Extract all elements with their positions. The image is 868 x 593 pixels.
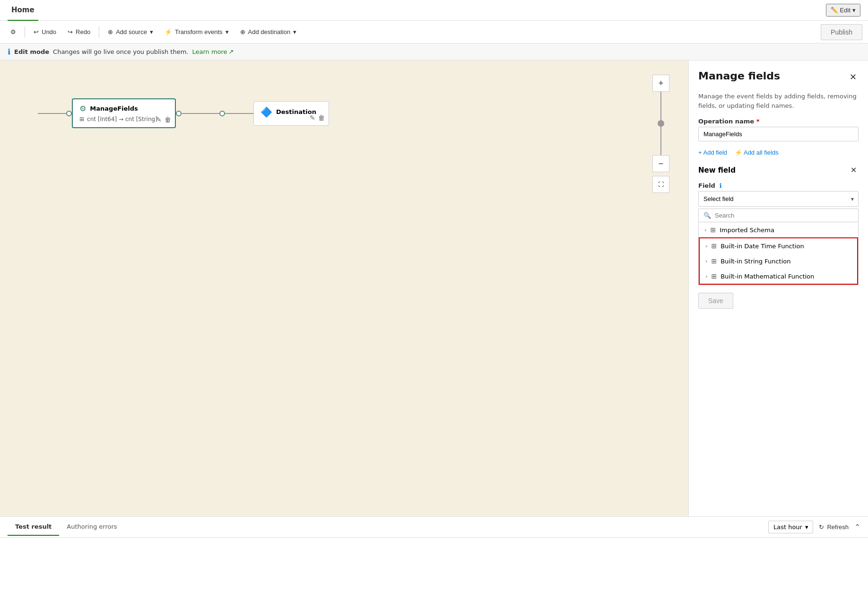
node-actions: ✎ 🗑	[156, 116, 171, 123]
tab-test-result[interactable]: Test result	[8, 518, 59, 536]
table-icon: ⊞	[79, 116, 84, 122]
edit-button[interactable]: ✏️ Edit ▾	[826, 4, 860, 17]
edit-pencil-icon: ✏️	[831, 7, 838, 14]
manage-fields-node[interactable]: ⚙ ManageFields ⊞ cnt [Int64] → cnt [Stri…	[72, 98, 176, 128]
mid-connector	[176, 111, 253, 116]
zoom-circle	[658, 120, 664, 127]
field-label: Field ℹ	[698, 182, 859, 189]
dropdown-item-datetime[interactable]: › ⊞ Built-in Date Time Function	[700, 238, 857, 253]
chevron-down-icon: ▾	[852, 7, 856, 14]
zoom-connector	[660, 92, 661, 120]
field-select-wrapper: Select field ▾	[698, 191, 859, 207]
new-field-close-button[interactable]: ✕	[849, 164, 859, 176]
info-icon: ℹ	[8, 47, 10, 56]
grid-icon-3: ⊞	[711, 257, 717, 265]
time-select[interactable]: Last hour ▾	[768, 521, 814, 533]
search-box: 🔍	[698, 209, 859, 222]
edit-dest-button[interactable]: ✎	[310, 114, 315, 122]
zoom-controls: + − ⛶	[652, 75, 669, 193]
settings-button[interactable]: ⚙	[6, 26, 21, 38]
chevron-right-icon: ›	[704, 227, 706, 233]
chevron-right-icon-4: ›	[705, 273, 707, 279]
edit-node-button[interactable]: ✎	[156, 116, 162, 123]
search-input[interactable]	[715, 212, 853, 219]
settings-icon: ⚙	[10, 28, 16, 35]
panel-close-button[interactable]: ✕	[848, 70, 859, 84]
zoom-connector-2	[660, 127, 661, 155]
operation-name-section: Operation name *	[698, 118, 859, 141]
dropdown-item-string[interactable]: › ⊞ Built-in String Function	[700, 253, 857, 269]
grid-icon: ⊞	[710, 226, 716, 234]
canvas-area: + − ⛶ ⚙ ManageFields	[0, 61, 868, 516]
refresh-icon: ↻	[819, 523, 824, 531]
grid-icon-2: ⊞	[711, 242, 717, 250]
redo-icon: ↪	[68, 28, 73, 35]
field-select[interactable]: Select field	[698, 191, 859, 207]
home-tab[interactable]: Home	[8, 0, 38, 21]
edit-banner: ℹ Edit mode Changes will go live once yo…	[0, 44, 868, 61]
transform-events-button[interactable]: ⚡ Transform events ▾	[160, 26, 234, 38]
panel-title: Manage fields	[698, 70, 780, 82]
bottom-panel: Test result Authoring errors Last hour ▾…	[0, 516, 868, 592]
learn-more-link[interactable]: Learn more ↗	[192, 48, 234, 55]
save-button[interactable]: Save	[698, 293, 733, 309]
chevron-right-icon-2: ›	[705, 243, 707, 249]
manage-fields-icon: ⚙	[79, 104, 86, 113]
incoming-line	[38, 111, 72, 116]
add-source-button[interactable]: ⊕ Add source ▾	[103, 26, 158, 38]
required-indicator: *	[756, 118, 760, 125]
panel-header: Manage fields ✕	[698, 70, 859, 84]
dropdown-list: › ⊞ Imported Schema › ⊞ Built-in Date Ti…	[698, 222, 859, 285]
flow-dot-mid-left	[176, 111, 182, 116]
delete-node-button[interactable]: 🗑	[165, 116, 171, 123]
line-mid-2	[225, 113, 253, 114]
toolbar-divider	[25, 26, 25, 38]
tab-authoring-errors[interactable]: Authoring errors	[59, 518, 124, 536]
destination-icon: 🔷	[260, 106, 272, 118]
undo-button[interactable]: ↩ Undo	[29, 26, 61, 38]
add-destination-icon: ⊕	[240, 28, 245, 35]
add-source-icon: ⊕	[108, 28, 113, 35]
bottom-content	[0, 538, 868, 592]
add-field-button[interactable]: + Add field	[698, 149, 727, 156]
flow-container: ⚙ ManageFields ⊞ cnt [Int64] → cnt [Stri…	[38, 98, 329, 128]
refresh-button[interactable]: ↻ Refresh	[819, 523, 849, 531]
add-all-fields-button[interactable]: ⚡ Add all fields	[735, 149, 779, 156]
transform-icon: ⚡	[165, 28, 172, 35]
destination-node[interactable]: 🔷 Destination ✎ 🗑	[253, 101, 329, 126]
dest-actions: ✎ 🗑	[310, 114, 325, 122]
chevron-up-icon: ⌃	[854, 523, 860, 531]
chevron-right-icon-3: ›	[705, 258, 707, 264]
new-field-header: New field ✕	[698, 164, 859, 176]
bottom-tabs: Test result Authoring errors Last hour ▾…	[0, 517, 868, 538]
canvas: + − ⛶ ⚙ ManageFields	[0, 61, 688, 516]
fit-icon: ⛶	[658, 181, 664, 188]
undo-icon: ↩	[34, 28, 39, 35]
add-destination-chevron: ▾	[293, 28, 296, 35]
operation-name-input[interactable]	[698, 127, 859, 141]
add-source-chevron: ▾	[150, 28, 153, 35]
operation-label: Operation name *	[698, 118, 859, 125]
zoom-in-button[interactable]: +	[652, 75, 669, 92]
add-destination-button[interactable]: ⊕ Add destination ▾	[235, 26, 302, 38]
manage-fields-title: ManageFields	[90, 105, 138, 112]
collapse-button[interactable]: ⌃	[854, 523, 860, 532]
zoom-out-button[interactable]: −	[652, 155, 669, 172]
new-field-section: New field ✕ Field ℹ Select field ▾ 🔍 ›	[698, 164, 859, 285]
highlighted-group: › ⊞ Built-in Date Time Function › ⊞ Buil…	[699, 237, 858, 285]
field-info-icon: ℹ	[719, 182, 721, 189]
time-chevron-icon: ▾	[805, 523, 808, 531]
dropdown-item-math[interactable]: › ⊞ Built-in Mathematical Function	[700, 269, 857, 284]
top-bar-right: ✏️ Edit ▾	[826, 4, 860, 17]
flow-dot-start	[66, 111, 72, 116]
grid-icon-4: ⊞	[711, 272, 717, 280]
toolbar: ⚙ ↩ Undo ↪ Redo ⊕ Add source ▾ ⚡ Transfo…	[0, 21, 868, 44]
dropdown-item-imported[interactable]: › ⊞ Imported Schema	[699, 222, 858, 237]
redo-button[interactable]: ↪ Redo	[63, 26, 95, 38]
zoom-fit-button[interactable]: ⛶	[652, 176, 669, 193]
delete-dest-button[interactable]: 🗑	[318, 114, 325, 122]
top-bar-left: Home	[8, 0, 38, 21]
transform-chevron: ▾	[226, 28, 229, 35]
search-icon: 🔍	[703, 212, 711, 219]
publish-button[interactable]: Publish	[821, 24, 862, 40]
